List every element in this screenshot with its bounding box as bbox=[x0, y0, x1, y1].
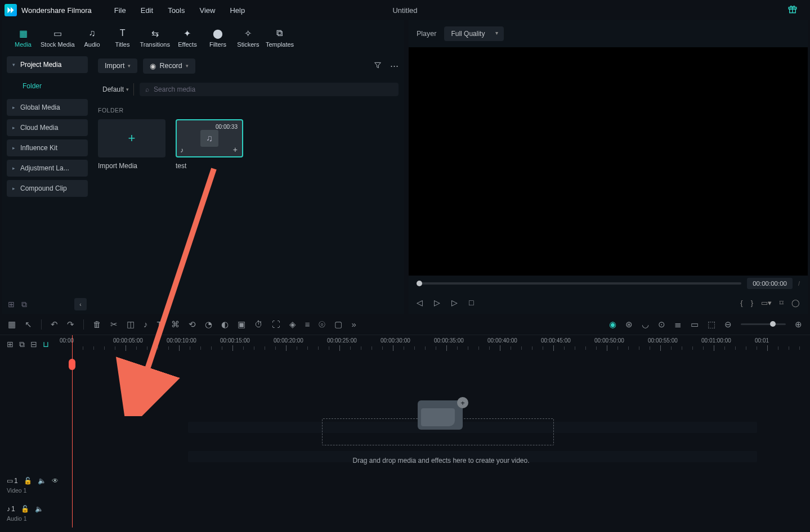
menu-edit[interactable]: Edit bbox=[141, 6, 153, 15]
lock-icon[interactable]: 🔓 bbox=[24, 477, 32, 485]
quality-dropdown[interactable]: Full Quality bbox=[444, 26, 504, 41]
group-icon[interactable]: ⦾ bbox=[319, 319, 325, 330]
snapshot-icon[interactable]: ◯ bbox=[791, 299, 800, 307]
tab-media[interactable]: ▦Media bbox=[8, 25, 38, 48]
zoom-out-icon[interactable]: ⊖ bbox=[724, 319, 732, 330]
sidebar-adjustment-layer[interactable]: ▸Adjustment La... bbox=[7, 160, 88, 177]
video-track-head[interactable]: ▭1 🔓 🔈 👁 Video 1 bbox=[0, 471, 72, 499]
new-folder-icon[interactable]: ⊞ bbox=[8, 300, 15, 309]
preview-panel: Player Full Quality 00:00:00:00 / ◁ ▷ ▷ … bbox=[409, 20, 808, 314]
more-icon[interactable]: ⋯ bbox=[390, 61, 399, 71]
gift-icon[interactable] bbox=[787, 4, 798, 16]
sort-dropdown[interactable]: Default▾ bbox=[98, 83, 134, 96]
mic-icon[interactable]: ⊙ bbox=[658, 319, 665, 330]
more-tools-icon[interactable]: » bbox=[351, 319, 356, 329]
undo-icon[interactable]: ↶ bbox=[51, 319, 58, 330]
sidebar-cloud-media[interactable]: ▸Cloud Media bbox=[7, 119, 88, 136]
tab-effects[interactable]: ✦Effects bbox=[172, 25, 203, 48]
playhead[interactable] bbox=[72, 335, 73, 528]
mixer-icon[interactable]: ≣ bbox=[674, 319, 682, 330]
filter-icon[interactable] bbox=[373, 61, 382, 71]
speed-down-icon[interactable]: ⟲ bbox=[189, 319, 196, 330]
play-button[interactable]: ▷ bbox=[434, 298, 440, 307]
audio-track-head[interactable]: ♪1 🔓 🔈 Audio 1 bbox=[0, 499, 72, 528]
cursor-icon[interactable]: ↖ bbox=[25, 319, 32, 330]
import-button[interactable]: Import▾ bbox=[98, 58, 137, 73]
redo-icon[interactable]: ↷ bbox=[67, 319, 74, 330]
mute-icon[interactable]: 🔈 bbox=[38, 477, 46, 485]
tab-templates[interactable]: ⧉Templates bbox=[263, 25, 296, 48]
ai-icon[interactable]: ◉ bbox=[609, 319, 616, 330]
sidebar-global-media[interactable]: ▸Global Media bbox=[7, 99, 88, 116]
tag-icon[interactable]: ◈ bbox=[289, 319, 296, 330]
track-audio-icon[interactable]: ♪ bbox=[144, 319, 148, 329]
timeline-ruler[interactable]: 00:0000:00:05:0000:00:10:0000:00:15:0000… bbox=[72, 335, 810, 357]
collapse-sidebar-button[interactable]: ‹ bbox=[74, 298, 87, 310]
color-icon[interactable]: ◐ bbox=[221, 319, 229, 330]
expand-icon[interactable]: ⛶ bbox=[272, 319, 280, 329]
monitor-icon[interactable]: ▭ bbox=[691, 319, 699, 330]
search-box[interactable]: ⌕ bbox=[140, 83, 399, 96]
next-frame-button[interactable]: ▷ bbox=[451, 298, 458, 307]
brace-close-icon[interactable]: } bbox=[751, 299, 753, 307]
new-bin-icon[interactable]: ⧉ bbox=[21, 300, 27, 309]
mask-icon[interactable]: ▣ bbox=[238, 319, 245, 330]
speed-icon[interactable]: ◔ bbox=[205, 319, 212, 330]
caption-icon[interactable]: ⬚ bbox=[708, 319, 715, 330]
sidebar-influence-kit[interactable]: ▸Influence Kit bbox=[7, 139, 88, 156]
render-icon[interactable]: ⊛ bbox=[625, 319, 633, 330]
search-input[interactable] bbox=[154, 85, 393, 93]
project-title: Untitled bbox=[392, 6, 417, 15]
mask2-icon[interactable]: ▢ bbox=[334, 319, 342, 330]
brace-open-icon[interactable]: { bbox=[740, 299, 742, 307]
preview-viewport[interactable] bbox=[409, 47, 808, 276]
track-add-icon[interactable]: ⊞ bbox=[7, 340, 14, 349]
track-link-icon[interactable]: ⧉ bbox=[19, 340, 25, 349]
marker-icon[interactable]: ◡ bbox=[642, 319, 649, 330]
text-icon[interactable]: T bbox=[157, 319, 162, 329]
grid-icon[interactable]: ▦ bbox=[8, 319, 16, 330]
track-lock-icon[interactable]: ⊟ bbox=[30, 340, 37, 349]
menu-file[interactable]: File bbox=[114, 6, 126, 15]
tab-stickers[interactable]: ✧Stickers bbox=[233, 25, 263, 48]
drop-plus-icon[interactable]: + bbox=[457, 397, 468, 408]
caret-down-icon: ▾ bbox=[12, 62, 17, 67]
preview-timecode: 00:00:00:00 bbox=[747, 278, 793, 289]
adjust-icon[interactable]: ≡ bbox=[305, 319, 310, 329]
crop-icon[interactable]: ◫ bbox=[127, 319, 135, 330]
mute-icon[interactable]: 🔈 bbox=[35, 505, 43, 513]
lock-icon[interactable]: 🔓 bbox=[21, 505, 29, 513]
record-button[interactable]: ◉Record▾ bbox=[143, 58, 195, 74]
tab-audio[interactable]: ♫Audio bbox=[77, 25, 108, 48]
menu-view[interactable]: View bbox=[199, 6, 215, 15]
delete-icon[interactable]: 🗑 bbox=[93, 319, 101, 329]
menu-tools[interactable]: Tools bbox=[168, 6, 185, 15]
sidebar-folder[interactable]: Folder bbox=[7, 76, 88, 96]
sidebar-project-media[interactable]: ▾Project Media bbox=[7, 56, 88, 73]
eye-icon[interactable]: 👁 bbox=[52, 477, 59, 485]
prev-frame-button[interactable]: ◁ bbox=[417, 298, 423, 307]
tab-transitions[interactable]: ⇆Transitions bbox=[138, 25, 172, 48]
tab-stock-media[interactable]: ▭Stock Media bbox=[38, 25, 77, 48]
music-icon: ♫ bbox=[200, 130, 218, 147]
chevron-down-icon: ▾ bbox=[126, 87, 129, 92]
track-magnet-icon[interactable]: ⊔ bbox=[43, 340, 49, 349]
link-icon[interactable]: ⌘ bbox=[171, 319, 180, 330]
add-clip-icon[interactable]: + bbox=[233, 145, 238, 154]
import-media-tile[interactable]: + Import Media bbox=[98, 119, 165, 170]
stop-button[interactable]: □ bbox=[469, 298, 473, 307]
ruler-tick: 00:00:20:00 bbox=[274, 337, 303, 344]
media-clip-test[interactable]: 00:00:33 ♫ ♪ + test bbox=[176, 119, 243, 170]
menu-help[interactable]: Help bbox=[230, 6, 245, 15]
cut-icon[interactable]: ✂ bbox=[110, 319, 118, 330]
aspect-icon[interactable]: ▭▾ bbox=[761, 299, 772, 307]
sidebar-compound-clip[interactable]: ▸Compound Clip bbox=[7, 180, 88, 197]
display-icon[interactable]: ⌑ bbox=[780, 299, 784, 307]
timeline-tracks[interactable]: + Drag and drop media and effects here t… bbox=[72, 357, 810, 528]
zoom-slider[interactable] bbox=[741, 323, 786, 325]
timer-icon[interactable]: ⏱ bbox=[254, 319, 263, 329]
tab-titles[interactable]: TTitles bbox=[108, 25, 138, 48]
zoom-in-icon[interactable]: ⊕ bbox=[795, 319, 802, 330]
preview-scrubber[interactable] bbox=[417, 282, 741, 285]
tab-filters[interactable]: ⬤Filters bbox=[203, 25, 233, 48]
